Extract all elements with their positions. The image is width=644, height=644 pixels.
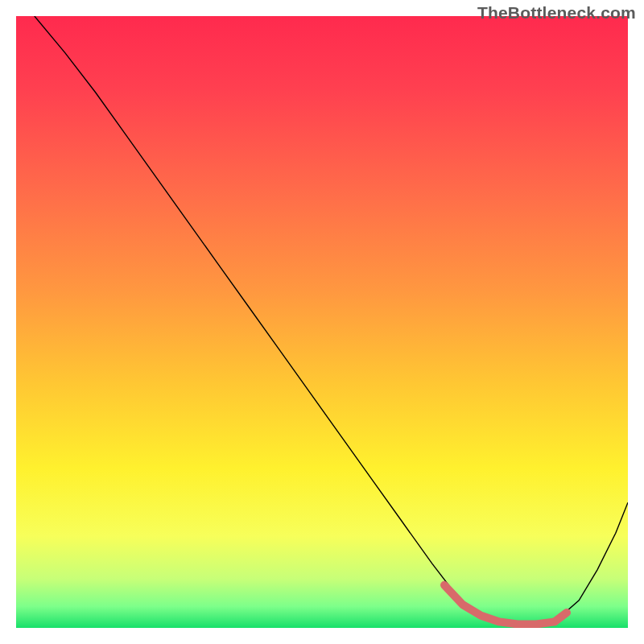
watermark-label: TheBottleneck.com <box>477 3 636 23</box>
chart-stage: TheBottleneck.com <box>0 0 644 644</box>
chart-svg <box>16 16 628 628</box>
plot-area <box>16 16 628 628</box>
gradient-background <box>16 16 628 628</box>
